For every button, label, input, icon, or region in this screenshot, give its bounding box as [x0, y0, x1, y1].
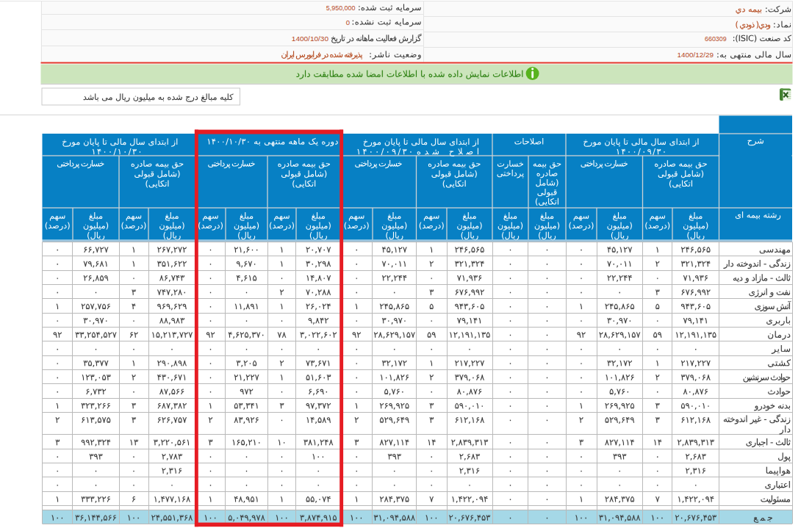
svg-text:5,950,000: 5,950,000: [326, 4, 356, 12]
svg-text:1400/12/29: 1400/12/29: [678, 51, 714, 59]
svg-text:1400/10/30: 1400/10/30: [292, 35, 328, 43]
svg-text:660309: 660309: [705, 35, 727, 43]
svg-text:0: 0: [346, 18, 350, 26]
